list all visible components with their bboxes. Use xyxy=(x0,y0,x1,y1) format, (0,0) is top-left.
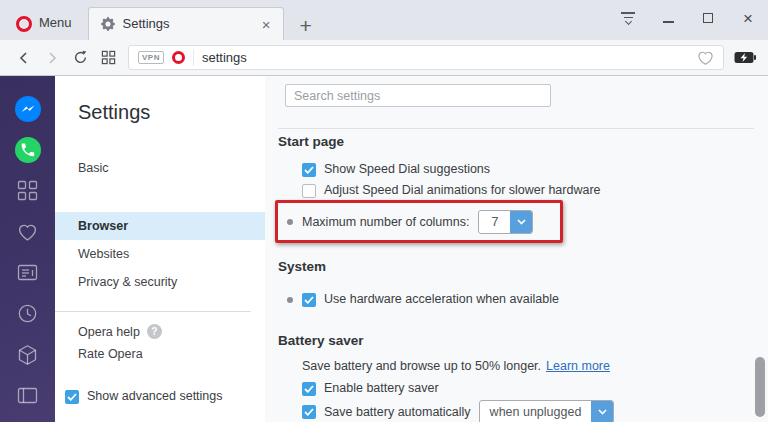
minimize-button[interactable] xyxy=(648,0,688,36)
max-columns-value: 7 xyxy=(479,211,510,233)
tab-settings[interactable]: Settings × xyxy=(88,7,284,40)
navigation-toolbar: VPN settings xyxy=(0,40,768,76)
tab-close-icon[interactable]: × xyxy=(260,17,273,32)
vpn-badge[interactable]: VPN xyxy=(138,51,164,64)
bookmark-heart-icon[interactable] xyxy=(697,50,714,66)
address-separator xyxy=(193,49,194,66)
battery-auto-value: when unplugged xyxy=(480,401,592,422)
select-dropdown-button[interactable] xyxy=(510,211,532,233)
settings-nav: Settings Basic Browser Websites Privacy … xyxy=(55,76,265,422)
personal-news-button[interactable] xyxy=(0,252,55,293)
chevron-down-icon xyxy=(517,219,526,225)
new-tab-button[interactable]: + xyxy=(284,15,328,36)
tab-menu-button[interactable] xyxy=(608,0,648,36)
messenger-button[interactable] xyxy=(0,88,55,129)
enable-battery-saver-checkbox[interactable] xyxy=(302,382,316,396)
url-text[interactable]: settings xyxy=(202,50,689,65)
back-button[interactable] xyxy=(10,44,38,72)
hardware-acceleration-label: Use hardware acceleration when available xyxy=(324,290,559,309)
search-input[interactable] xyxy=(285,84,551,107)
maximize-button[interactable] xyxy=(688,0,728,36)
hardware-acceleration-checkbox[interactable] xyxy=(302,293,316,307)
window-controls: × xyxy=(608,0,768,36)
address-bar[interactable]: VPN settings xyxy=(128,45,724,70)
enable-battery-saver-label: Enable battery saver xyxy=(324,379,439,398)
speed-dial-icon xyxy=(17,180,38,201)
sidebar-panel-icon xyxy=(17,387,38,404)
section-title-system: System xyxy=(278,259,768,274)
max-columns-select[interactable]: 7 xyxy=(478,210,533,234)
minimize-icon xyxy=(663,21,674,23)
section-title-battery-saver: Battery saver xyxy=(278,333,768,348)
reload-icon xyxy=(73,50,88,65)
rate-opera-link[interactable]: Rate Opera xyxy=(55,345,265,367)
page-title: Settings xyxy=(78,101,265,124)
close-icon: × xyxy=(743,10,753,27)
sidebar-rail xyxy=(0,76,55,422)
battery-auto-select[interactable]: when unplugged xyxy=(479,400,615,422)
opera-logo-icon xyxy=(16,16,32,32)
whatsapp-icon xyxy=(15,137,41,163)
opera-help-label: Opera help xyxy=(78,325,140,339)
show-advanced-settings-label: Show advanced settings xyxy=(87,387,223,406)
whatsapp-button[interactable] xyxy=(0,129,55,170)
messenger-icon xyxy=(15,96,41,122)
nav-item-basic[interactable]: Basic xyxy=(55,154,265,182)
extensions-button[interactable] xyxy=(0,334,55,375)
save-battery-auto-label: Save battery automatically xyxy=(324,403,471,422)
nav-item-browser[interactable]: Browser xyxy=(55,212,265,240)
nav-item-privacy-security[interactable]: Privacy & security xyxy=(55,268,265,296)
opera-site-icon xyxy=(172,51,185,64)
enable-battery-saver-row: Enable battery saver xyxy=(302,379,768,398)
scrollbar-thumb[interactable] xyxy=(755,357,765,417)
gear-icon xyxy=(101,17,115,31)
close-button[interactable]: × xyxy=(728,0,768,36)
window-body: Settings Basic Browser Websites Privacy … xyxy=(0,76,768,422)
settings-content: Start page Show Speed Dial suggestions A… xyxy=(265,76,768,422)
opera-browser-window: Menu Settings × + × xyxy=(0,0,768,422)
bookmarks-button[interactable] xyxy=(0,211,55,252)
speed-dial-grid-icon xyxy=(101,50,116,65)
chevron-down-icon xyxy=(598,409,607,415)
opera-menu-button[interactable]: Menu xyxy=(8,7,88,40)
advanced-bullet-icon xyxy=(287,219,293,225)
max-columns-label: Maximum number of columns: xyxy=(302,215,469,229)
menu-label: Menu xyxy=(39,15,72,32)
history-button[interactable] xyxy=(0,293,55,334)
checkmark-icon xyxy=(304,385,314,393)
tab-title: Settings xyxy=(123,16,252,32)
history-clock-icon xyxy=(17,303,38,324)
checkmark-icon xyxy=(304,408,314,416)
battery-icon xyxy=(734,51,756,64)
opera-help-link[interactable]: Opera help ? xyxy=(55,312,265,345)
reload-button[interactable] xyxy=(66,44,94,72)
battery-description: Save battery and browse up to 50% longer… xyxy=(302,357,541,376)
speed-dial-button[interactable] xyxy=(94,44,122,72)
personal-news-icon xyxy=(17,263,38,282)
battery-description-row: Save battery and browse up to 50% longer… xyxy=(302,357,768,376)
show-advanced-settings-checkbox[interactable] xyxy=(65,390,79,404)
save-battery-auto-checkbox[interactable] xyxy=(302,405,316,419)
section-title-start-page: Start page xyxy=(278,134,768,149)
battery-saver-button[interactable] xyxy=(734,51,756,64)
show-suggestions-checkbox[interactable] xyxy=(302,163,316,177)
hardware-acceleration-row: Use hardware acceleration when available xyxy=(287,290,768,309)
forward-icon xyxy=(45,51,59,65)
sidebar-setup-button[interactable] xyxy=(0,375,55,416)
titlebar: Menu Settings × + × xyxy=(0,0,768,40)
nav-item-websites[interactable]: Websites xyxy=(55,240,265,268)
advanced-bullet-icon xyxy=(287,297,293,303)
adjust-animations-checkbox[interactable] xyxy=(302,184,316,198)
show-advanced-settings-row: Show advanced settings xyxy=(65,387,223,406)
back-icon xyxy=(17,51,31,65)
rail-speed-dial-button[interactable] xyxy=(0,170,55,211)
section-divider xyxy=(278,128,754,129)
forward-button[interactable] xyxy=(38,44,66,72)
save-battery-auto-row: Save battery automatically when unplugge… xyxy=(302,400,768,422)
adjust-animations-label: Adjust Speed Dial animations for slower … xyxy=(324,181,601,200)
checkmark-icon xyxy=(304,296,314,304)
select-dropdown-button[interactable] xyxy=(591,401,613,422)
maximize-icon xyxy=(703,13,713,23)
learn-more-link[interactable]: Learn more xyxy=(546,357,610,376)
rate-opera-label: Rate Opera xyxy=(78,347,143,361)
